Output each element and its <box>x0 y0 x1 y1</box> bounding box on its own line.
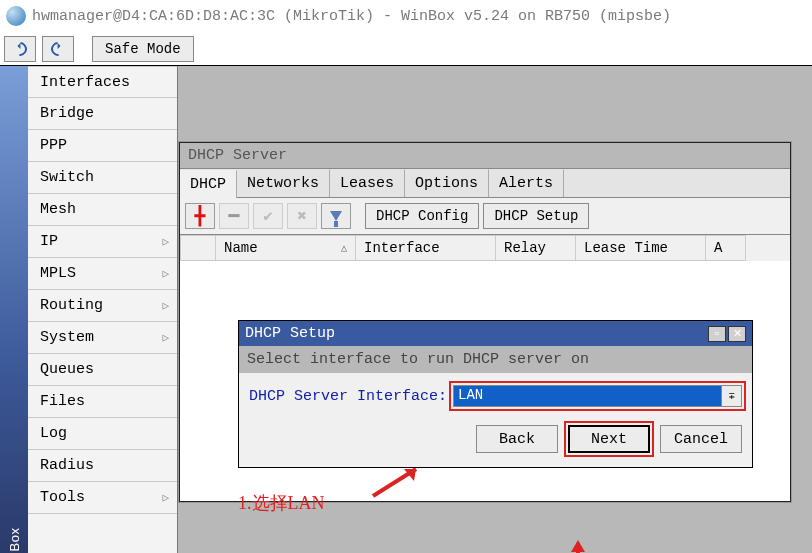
enable-button[interactable]: ✔ <box>253 203 283 229</box>
tab-leases[interactable]: Leases <box>330 169 405 197</box>
app-logo-icon <box>6 6 26 26</box>
sidebar-item-label: Tools <box>40 489 85 506</box>
submenu-arrow-icon: ▷ <box>162 235 169 248</box>
sidebar-item-label: Radius <box>40 457 94 474</box>
svg-marker-3 <box>571 540 585 552</box>
sidebar-item-radius[interactable]: Radius <box>28 450 177 482</box>
arrow-icon-2 <box>563 536 593 553</box>
sidebar-menu: InterfacesBridgePPPSwitchMeshIP▷MPLS▷Rou… <box>28 66 178 553</box>
next-button[interactable]: Next <box>568 425 650 453</box>
grid-header: Name△InterfaceRelayLease TimeA <box>180 235 790 261</box>
dhcp-config-button[interactable]: DHCP Config <box>365 203 479 229</box>
sidebar-item-label: System <box>40 329 94 346</box>
column-header-a[interactable]: A <box>706 235 746 261</box>
disable-button[interactable]: ✖ <box>287 203 317 229</box>
sidebar-item-mpls[interactable]: MPLS▷ <box>28 258 177 290</box>
column-header-blank[interactable] <box>180 235 216 261</box>
sidebar-item-label: IP <box>40 233 58 250</box>
sidebar-item-label: Routing <box>40 297 103 314</box>
interface-row: DHCP Server Interface: LAN ∓ <box>249 385 742 407</box>
tab-options[interactable]: Options <box>405 169 489 197</box>
sidebar-item-routing[interactable]: Routing▷ <box>28 290 177 322</box>
sidebar-item-interfaces[interactable]: Interfaces <box>28 66 177 98</box>
sidebar-item-log[interactable]: Log <box>28 418 177 450</box>
dialog-subtitle: Select interface to run DHCP server on <box>239 346 752 373</box>
undo-button[interactable] <box>4 36 36 62</box>
cancel-button[interactable]: Cancel <box>660 425 742 453</box>
dialog-title: DHCP Setup <box>245 325 335 342</box>
sidebar-item-tools[interactable]: Tools▷ <box>28 482 177 514</box>
left-strip: Box <box>0 66 28 553</box>
tab-networks[interactable]: Networks <box>237 169 330 197</box>
check-icon: ✔ <box>263 206 273 226</box>
funnel-icon <box>330 211 342 221</box>
sidebar-item-mesh[interactable]: Mesh <box>28 194 177 226</box>
left-strip-label: Box <box>7 528 22 552</box>
redo-icon <box>48 39 68 59</box>
sidebar-item-label: Queues <box>40 361 94 378</box>
column-header-lease-time[interactable]: Lease Time <box>576 235 706 261</box>
dhcp-tabs: DHCPNetworksLeasesOptionsAlerts <box>180 169 790 198</box>
sidebar-item-label: Interfaces <box>40 74 130 91</box>
column-header-interface[interactable]: Interface <box>356 235 496 261</box>
sidebar-item-label: MPLS <box>40 265 76 282</box>
sidebar-item-switch[interactable]: Switch <box>28 162 177 194</box>
filter-button[interactable] <box>321 203 351 229</box>
chevron-down-icon: ∓ <box>728 390 734 402</box>
sidebar-item-bridge[interactable]: Bridge <box>28 98 177 130</box>
sidebar-item-label: Files <box>40 393 85 410</box>
sidebar-item-files[interactable]: Files <box>28 386 177 418</box>
dhcp-setup-dialog: DHCP Setup ▫ ✕ Select interface to run D… <box>238 320 753 468</box>
interface-dropdown-button[interactable]: ∓ <box>722 385 742 407</box>
cross-icon: ✖ <box>297 206 307 226</box>
main-area: Box InterfacesBridgePPPSwitchMeshIP▷MPLS… <box>0 66 812 553</box>
column-header-name[interactable]: Name△ <box>216 235 356 261</box>
content-pane: DHCP Server DHCPNetworksLeasesOptionsAle… <box>178 66 812 553</box>
sidebar-item-label: Bridge <box>40 105 94 122</box>
sidebar-item-ip[interactable]: IP▷ <box>28 226 177 258</box>
dhcp-setup-button[interactable]: DHCP Setup <box>483 203 589 229</box>
remove-button[interactable]: ━ <box>219 203 249 229</box>
sidebar-item-queues[interactable]: Queues <box>28 354 177 386</box>
undo-icon <box>10 39 30 59</box>
sidebar-item-label: Switch <box>40 169 94 186</box>
submenu-arrow-icon: ▷ <box>162 267 169 280</box>
sidebar-item-label: Log <box>40 425 67 442</box>
sidebar-item-system[interactable]: System▷ <box>28 322 177 354</box>
dhcp-toolbar: ╋ ━ ✔ ✖ DHCP Config DHCP Setup <box>180 198 790 235</box>
tab-dhcp[interactable]: DHCP <box>180 170 237 198</box>
submenu-arrow-icon: ▷ <box>162 331 169 344</box>
submenu-arrow-icon: ▷ <box>162 299 169 312</box>
sidebar-item-label: PPP <box>40 137 67 154</box>
interface-select[interactable]: LAN <box>453 385 722 407</box>
dhcp-window-title: DHCP Server <box>180 143 790 169</box>
dialog-close-button[interactable]: ✕ <box>728 326 746 342</box>
sort-indicator-icon: △ <box>341 242 347 254</box>
redo-button[interactable] <box>42 36 74 62</box>
window-title: hwmanager@D4:CA:6D:D8:AC:3C (MikroTik) -… <box>32 8 671 25</box>
submenu-arrow-icon: ▷ <box>162 491 169 504</box>
sidebar-item-ppp[interactable]: PPP <box>28 130 177 162</box>
sidebar-item-label: Mesh <box>40 201 76 218</box>
dialog-titlebar[interactable]: DHCP Setup ▫ ✕ <box>239 321 752 346</box>
window-titlebar: hwmanager@D4:CA:6D:D8:AC:3C (MikroTik) -… <box>0 0 812 32</box>
minus-icon: ━ <box>229 205 240 227</box>
safe-mode-button[interactable]: Safe Mode <box>92 36 194 62</box>
back-button[interactable]: Back <box>476 425 558 453</box>
tab-alerts[interactable]: Alerts <box>489 169 564 197</box>
interface-label: DHCP Server Interface: <box>249 388 447 405</box>
add-button[interactable]: ╋ <box>185 203 215 229</box>
main-toolbar: Safe Mode <box>0 32 812 66</box>
dialog-minimize-button[interactable]: ▫ <box>708 326 726 342</box>
column-header-relay[interactable]: Relay <box>496 235 576 261</box>
plus-icon: ╋ <box>195 205 206 227</box>
